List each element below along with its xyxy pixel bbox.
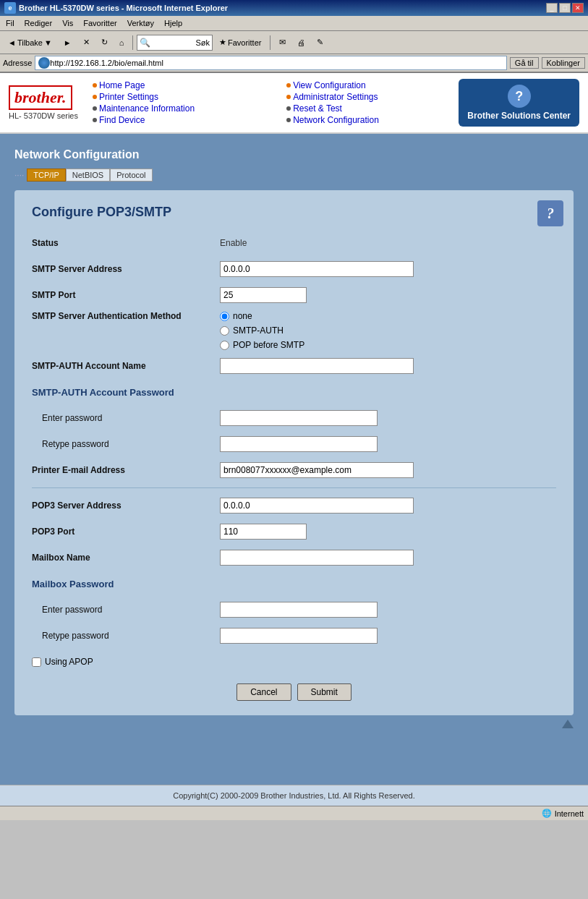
- home-button[interactable]: ⌂: [114, 33, 129, 52]
- pop3-port-row: POP3 Port: [32, 521, 556, 542]
- home-icon: ⌂: [119, 38, 124, 47]
- back-button[interactable]: ◄ Tilbake ▼: [3, 33, 57, 52]
- menu-favoritter[interactable]: Favoritter: [80, 17, 119, 29]
- retype-password2-label: Retype password: [32, 631, 220, 641]
- using-apop-checkbox[interactable]: [32, 657, 41, 667]
- refresh-icon: ↻: [101, 38, 108, 47]
- logo-text: brother.: [9, 85, 72, 110]
- radio-none-row: none: [220, 311, 304, 321]
- nav-links: Home Page View Configuration Printer Set…: [93, 80, 459, 125]
- smtp-port-label: SMTP Port: [32, 290, 220, 300]
- links-button[interactable]: Koblinger: [542, 57, 585, 69]
- mail-icon: ✉: [279, 38, 286, 47]
- copyright-text: Copyright(C) 2000-2009 Brother Industrie…: [173, 791, 414, 800]
- zone-text: Internett: [555, 809, 584, 818]
- scroll-indicator: [14, 715, 574, 733]
- pop3-port-label: POP3 Port: [32, 527, 220, 537]
- edit-button[interactable]: ✎: [312, 33, 328, 52]
- nav-administrator-settings[interactable]: Administrator Settings: [286, 92, 459, 102]
- status-row: Status Enable: [32, 233, 556, 253]
- mailbox-name-label: Mailbox Name: [32, 553, 220, 563]
- radio-smtp-auth[interactable]: [220, 326, 229, 336]
- title-bar: e Brother HL-5370DW series - Microsoft I…: [0, 0, 588, 16]
- menu-verktoy[interactable]: Verktøy: [124, 17, 157, 29]
- menu-vis[interactable]: Vis: [59, 17, 76, 29]
- brother-logo: brother. HL- 5370DW series: [9, 85, 78, 120]
- mailbox-password-label: Mailbox Password: [32, 579, 220, 589]
- smtp-auth-password-label: SMTP-AUTH Account Password: [32, 387, 220, 398]
- enter-password-row: Enter password: [32, 408, 556, 428]
- smtp-port-input[interactable]: [220, 287, 307, 303]
- menu-rediger[interactable]: Rediger: [22, 17, 56, 29]
- scroll-up-icon[interactable]: [562, 720, 574, 728]
- enter-password-input[interactable]: [220, 410, 378, 426]
- smtp-auth-label: SMTP Server Authentication Method: [32, 311, 220, 321]
- status-value: Enable: [220, 238, 247, 248]
- menu-bar: Fil Rediger Vis Favoritter Verktøy Hjelp: [0, 16, 588, 31]
- search-box[interactable]: 🔍 Søk: [137, 35, 213, 51]
- enter-password2-label: Enter password: [32, 605, 220, 615]
- nav-home-page[interactable]: Home Page: [93, 80, 265, 90]
- using-apop-row: Using APOP: [32, 652, 556, 672]
- smtp-server-label: SMTP Server Address: [32, 264, 220, 274]
- mail-button[interactable]: ✉: [274, 33, 291, 52]
- print-icon: 🖨: [297, 38, 305, 47]
- menu-fil[interactable]: Fil: [3, 17, 17, 29]
- nav-view-configuration[interactable]: Printer Settings: [93, 92, 265, 102]
- dot-icon: [286, 95, 291, 99]
- edit-icon: ✎: [317, 38, 323, 47]
- goto-button[interactable]: Gå til: [510, 57, 539, 69]
- tab-bar: ···· TCP/IP NetBIOS Protocol: [14, 169, 574, 182]
- enter-password-label: Enter password: [32, 413, 220, 423]
- maximize-button[interactable]: □: [559, 3, 571, 13]
- smtp-auth-account-input[interactable]: [220, 358, 414, 374]
- search-input[interactable]: [150, 38, 194, 47]
- print-button[interactable]: 🖨: [292, 33, 310, 52]
- radio-smtp-auth-label: SMTP-AUTH: [233, 325, 284, 336]
- separator-2: [270, 35, 270, 50]
- tab-tcpip[interactable]: TCP/IP: [27, 169, 65, 182]
- retype-password2-input[interactable]: [220, 628, 378, 644]
- radio-pop-before-smtp[interactable]: [220, 341, 229, 350]
- title-buttons: _ □ ✕: [546, 3, 584, 13]
- nav-maintenance-information[interactable]: Maintenance Information: [93, 103, 265, 114]
- smtp-server-row: SMTP Server Address: [32, 259, 556, 279]
- nav-find-device[interactable]: Find Device: [93, 115, 265, 125]
- enter-password2-row: Enter password: [32, 600, 556, 620]
- status-right: 🌐 Internett: [542, 809, 584, 818]
- brother-solutions-center[interactable]: ? Brother Solutions Center: [459, 79, 579, 127]
- menu-hjelp[interactable]: Hjelp: [161, 17, 185, 29]
- radio-none-label: none: [233, 311, 252, 321]
- nav-printer-settings[interactable]: View Configuration: [286, 80, 459, 90]
- pop3-port-input[interactable]: [220, 524, 307, 540]
- stop-icon: ✕: [83, 38, 90, 47]
- retype-password-input[interactable]: [220, 436, 378, 452]
- mailbox-name-input[interactable]: [220, 550, 414, 566]
- minimize-button[interactable]: _: [546, 3, 558, 13]
- close-button[interactable]: ✕: [572, 3, 584, 13]
- favorites-button[interactable]: ★ Favoritter: [214, 33, 266, 52]
- submit-button[interactable]: Submit: [297, 683, 351, 701]
- printer-email-input[interactable]: [220, 462, 414, 478]
- address-input-wrap[interactable]: [35, 56, 506, 70]
- enter-password2-input[interactable]: [220, 602, 378, 618]
- tab-netbios[interactable]: NetBIOS: [66, 169, 110, 182]
- nav-reset-test[interactable]: Reset & Test: [286, 103, 459, 114]
- nav-header: brother. HL- 5370DW series Home Page Vie…: [0, 73, 588, 134]
- forward-button[interactable]: ►: [59, 33, 77, 52]
- address-input[interactable]: [50, 59, 503, 67]
- mailbox-name-row: Mailbox Name: [32, 548, 556, 568]
- using-apop-group: Using APOP: [32, 657, 93, 667]
- cancel-button[interactable]: Cancel: [237, 683, 291, 701]
- radio-none[interactable]: [220, 312, 229, 321]
- status-bar: 🌐 Internett: [0, 806, 588, 820]
- pop3-server-input[interactable]: [220, 498, 414, 514]
- refresh-button[interactable]: ↻: [96, 33, 113, 52]
- help-icon[interactable]: ?: [537, 200, 563, 226]
- tab-protocol[interactable]: Protocol: [110, 169, 152, 182]
- stop-button[interactable]: ✕: [78, 33, 95, 52]
- button-row: Cancel Submit: [32, 683, 556, 701]
- smtp-server-input[interactable]: [220, 261, 414, 277]
- nav-network-configuration[interactable]: Network Configuration: [286, 115, 459, 125]
- solutions-icon: ?: [508, 85, 531, 108]
